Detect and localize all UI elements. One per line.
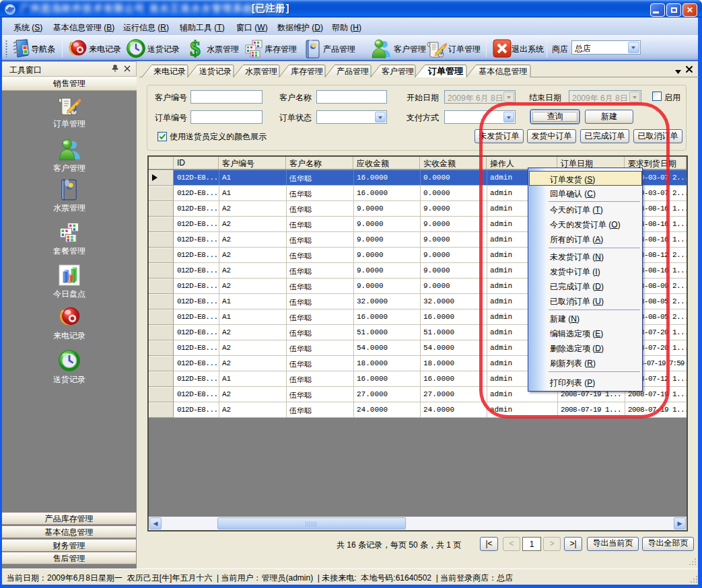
svg-text:客户管理: 客户管理 [382,67,414,76]
svg-text:基本信息管理: 基本信息管理 [479,67,528,76]
svg-text:库存管理: 库存管理 [291,67,323,76]
svg-text:产品管理: 产品管理 [337,67,369,76]
svg-text:订单管理: 订单管理 [427,66,464,76]
svg-text:$: $ [190,38,201,59]
svg-text:来电记录: 来电记录 [153,67,186,76]
svg-text:水票管理: 水票管理 [245,67,277,76]
svg-text:送货记录: 送货记录 [199,67,232,76]
